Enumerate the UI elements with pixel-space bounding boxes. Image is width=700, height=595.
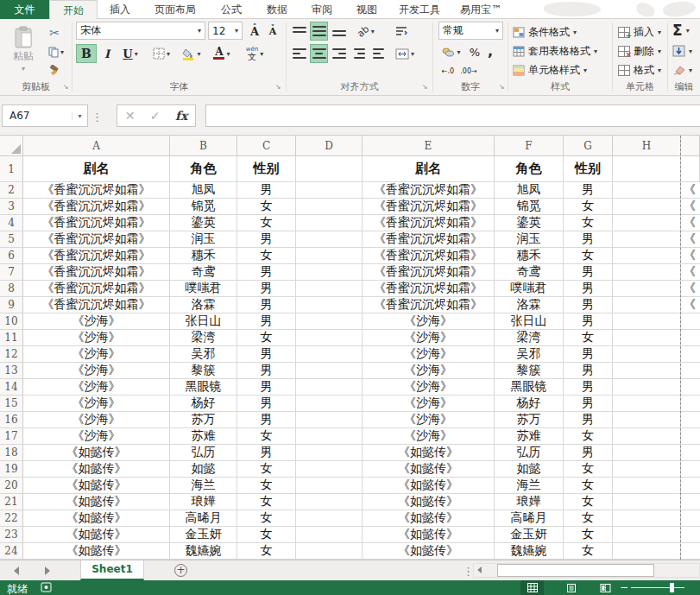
tab-yiyongbao[interactable]: 易用宝™ — [450, 0, 512, 19]
worksheet-grid[interactable]: ABCDEFGH1剧名角色性别剧名角色性别2《香蜜沉沉烬如霜》旭凤男《香蜜沉沉烬… — [0, 136, 700, 560]
cell-D13[interactable] — [296, 363, 363, 379]
row-header-15[interactable]: 15 — [0, 396, 23, 412]
cell-H9[interactable] — [613, 297, 681, 313]
cell-H18[interactable] — [613, 445, 681, 461]
cell-G14[interactable]: 男 — [564, 379, 613, 396]
cell-A12[interactable]: 《沙海》 — [23, 346, 170, 363]
column-header-H[interactable]: H — [613, 136, 681, 156]
row-header-6[interactable]: 6 — [0, 248, 23, 264]
cell-C11[interactable]: 女 — [237, 330, 296, 346]
cell-E7[interactable]: 《香蜜沉沉烬如霜》 — [363, 264, 495, 281]
cell-A6[interactable]: 《香蜜沉沉烬如霜》 — [23, 248, 170, 264]
cell-F15[interactable]: 杨好 — [495, 396, 564, 412]
cell-G8[interactable]: 男 — [564, 281, 613, 297]
conditional-formatting-button[interactable]: 条件格式▾ — [513, 23, 577, 41]
row-header-7[interactable]: 7 — [0, 264, 23, 281]
cell-H7[interactable] — [613, 264, 681, 281]
cell-C17[interactable]: 女 — [237, 428, 296, 445]
cell-D4[interactable] — [296, 215, 363, 231]
cell-D24[interactable] — [296, 543, 363, 560]
top-align-button[interactable] — [290, 22, 308, 41]
row-header-4[interactable]: 4 — [0, 215, 23, 231]
cell-F9[interactable]: 洛霖 — [495, 297, 564, 313]
cell-I13[interactable] — [681, 363, 700, 379]
cell-D1[interactable] — [296, 156, 363, 182]
zoom-slider-track[interactable] — [631, 587, 684, 588]
cell-A20[interactable]: 《如懿传》 — [23, 478, 170, 494]
cell-H12[interactable] — [613, 346, 681, 363]
format-cells-button[interactable]: 格式▾ — [618, 61, 661, 79]
cell-A9[interactable]: 《香蜜沉沉烬如霜》 — [23, 297, 170, 313]
cell-F13[interactable]: 黎簇 — [495, 363, 564, 379]
cell-C9[interactable]: 男 — [237, 297, 296, 313]
cell-H23[interactable] — [613, 527, 681, 543]
cell-A5[interactable]: 《香蜜沉沉烬如霜》 — [23, 231, 170, 248]
cell-B21[interactable]: 琅嬅 — [170, 494, 237, 510]
cell-G16[interactable]: 男 — [564, 412, 613, 428]
cell-E2[interactable]: 《香蜜沉沉烬如霜》 — [363, 182, 495, 199]
cell-A10[interactable]: 《沙海》 — [23, 313, 170, 330]
align-left-button[interactable] — [290, 44, 308, 63]
cell-I24[interactable] — [681, 543, 700, 560]
page-layout-view-button[interactable] — [559, 580, 583, 595]
accounting-format-button[interactable]: ▾ — [438, 42, 464, 61]
tab-data[interactable]: 数据 — [255, 0, 300, 19]
cell-H2[interactable] — [613, 182, 681, 199]
formula-input[interactable] — [205, 104, 700, 127]
enter-icon[interactable]: ✓ — [150, 109, 161, 123]
cell-G7[interactable]: 男 — [564, 264, 613, 281]
comma-style-button[interactable]: , — [483, 42, 497, 61]
cell-B23[interactable]: 金玉妍 — [170, 527, 237, 543]
row-header-11[interactable]: 11 — [0, 330, 23, 346]
cell-A4[interactable]: 《香蜜沉沉烬如霜》 — [23, 215, 170, 231]
cell-I20[interactable] — [681, 478, 700, 494]
cell-I9[interactable]: 《 — [681, 297, 700, 313]
macro-record-icon[interactable] — [41, 582, 52, 592]
cell-D20[interactable] — [296, 478, 363, 494]
cell-H6[interactable] — [613, 248, 681, 264]
cell-F2[interactable]: 旭凤 — [495, 182, 564, 199]
paste-button[interactable]: 粘贴 ▾ — [5, 21, 41, 78]
cell-A3[interactable]: 《香蜜沉沉烬如霜》 — [23, 199, 170, 215]
percent-style-button[interactable]: % — [467, 42, 482, 61]
cell-H15[interactable] — [613, 396, 681, 412]
cell-D6[interactable] — [296, 248, 363, 264]
cell-D16[interactable] — [296, 412, 363, 428]
cell-E17[interactable]: 《沙海》 — [363, 428, 495, 445]
cell-A13[interactable]: 《沙海》 — [23, 363, 170, 379]
column-header-F[interactable]: F — [495, 136, 564, 156]
cell-I15[interactable] — [681, 396, 700, 412]
increase-decimal-button[interactable]: ←.0 — [438, 61, 457, 80]
tab-formulas[interactable]: 公式 — [208, 0, 255, 19]
cell-H16[interactable] — [613, 412, 681, 428]
cell-H3[interactable] — [613, 199, 681, 215]
cell-E5[interactable]: 《香蜜沉沉烬如霜》 — [363, 231, 495, 248]
copy-button[interactable]: ▾ — [43, 42, 69, 61]
cell-I7[interactable]: 《 — [681, 264, 700, 281]
middle-align-button[interactable] — [310, 22, 328, 41]
column-header-C[interactable]: C — [237, 136, 296, 156]
column-header-G[interactable]: G — [564, 136, 613, 156]
cell-A22[interactable]: 《如懿传》 — [23, 510, 170, 527]
cut-button[interactable]: ✂ — [43, 23, 66, 42]
cell-F8[interactable]: 噗嗤君 — [495, 281, 564, 297]
cell-I3[interactable]: 《 — [681, 199, 700, 215]
cell-B9[interactable]: 洛霖 — [170, 297, 237, 313]
cell-C15[interactable]: 男 — [237, 396, 296, 412]
row-header-9[interactable]: 9 — [0, 297, 23, 313]
cell-G6[interactable]: 女 — [564, 248, 613, 264]
cell-E15[interactable]: 《沙海》 — [363, 396, 495, 412]
clipboard-dialog-launcher[interactable]: ↘ — [60, 82, 70, 92]
sheet-nav-left-icon[interactable] — [14, 567, 19, 575]
cell-H24[interactable] — [613, 543, 681, 560]
cell-C20[interactable]: 女 — [237, 478, 296, 494]
zoom-slider-thumb[interactable] — [670, 583, 674, 592]
cell-D3[interactable] — [296, 199, 363, 215]
cell-E3[interactable]: 《香蜜沉沉烬如霜》 — [363, 199, 495, 215]
cell-B7[interactable]: 奇鸢 — [170, 264, 237, 281]
cell-C14[interactable]: 男 — [237, 379, 296, 396]
cell-I8[interactable]: 《 — [681, 281, 700, 297]
cell-B18[interactable]: 弘历 — [170, 445, 237, 461]
cell-I16[interactable] — [681, 412, 700, 428]
cell-A15[interactable]: 《沙海》 — [23, 396, 170, 412]
